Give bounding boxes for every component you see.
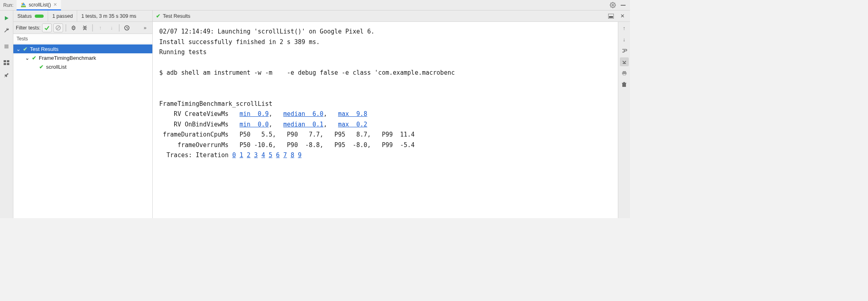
console-line: Install successfully finished in 2 s 389… [159,38,320,46]
wrench-icon[interactable] [1,25,12,36]
console-header: ✔ Test Results ✕ [153,11,630,22]
prev-failed-button[interactable]: ↑ [95,23,105,32]
run-tab-scrolllist[interactable]: scrollList() ✕ [17,0,61,11]
clear-all-icon[interactable] [620,80,629,89]
tree-node-test[interactable]: ✔ scrollList [13,62,152,71]
svg-rect-10 [7,63,9,65]
metric-label: RV CreateViewMs [159,110,240,118]
gear-icon[interactable] [609,2,616,9]
trace-link[interactable]: 9 [298,152,301,159]
metric-link-median[interactable]: median 0.1 [283,121,323,128]
svg-point-3 [612,4,613,6]
body-row: Status 1 passed 1 tests, 3 m 35 s 309 ms… [0,11,630,218]
svg-rect-8 [7,60,9,62]
expand-all-button[interactable] [69,23,78,32]
collapse-all-button[interactable] [80,23,90,32]
tree-label: Test Results [30,46,59,52]
console-line: Running tests [159,48,206,56]
console-header-title: Test Results [163,13,190,19]
stop-button[interactable] [1,41,12,52]
trace-link[interactable]: 2 [247,152,251,159]
check-icon: ✔ [32,55,36,61]
chevron-down-icon: ⌄ [25,55,29,61]
show-ignored-toggle[interactable] [53,23,63,32]
svg-rect-22 [623,74,626,75]
filter-label: Filter tests: [16,25,40,31]
soft-wrap-icon[interactable] [620,46,629,55]
test-history-button[interactable] [122,23,132,32]
filter-bar: Filter tests: ↑ ↓ » [13,22,152,34]
status-label: Status [17,13,32,19]
trace-link[interactable]: 5 [269,152,272,159]
svg-rect-23 [622,83,626,87]
left-tools [0,11,13,218]
console-line: frameDurationCpuMs P50 5.5, P90 7.7, P95… [159,131,415,138]
console-tools: ↑ ↓ [618,22,630,218]
metric-link-min[interactable]: min 0.9 [240,110,269,118]
status-pill [35,15,44,18]
traces-label: Traces: Iteration [159,152,232,159]
scroll-down-icon[interactable]: ↓ [620,35,629,44]
tab-label: scrollList() [29,2,51,8]
next-failed-button[interactable]: ↓ [107,23,116,32]
svg-rect-9 [4,63,6,65]
svg-rect-24 [624,82,625,83]
scroll-up-icon[interactable]: ↑ [620,23,629,32]
tree-label: scrollList [46,64,67,70]
tree-label: FrameTimingBenchmark [39,55,96,61]
status-bar: Status 1 passed 1 tests, 3 m 35 s 309 ms [13,11,152,22]
metric-link-median[interactable]: median 6.0 [283,110,323,118]
svg-rect-0 [21,6,26,7]
metric-link-max[interactable]: max 9.8 [338,110,367,118]
tests-header: Tests [13,34,152,44]
svg-rect-7 [4,60,6,62]
svg-rect-6 [4,44,8,48]
svg-marker-5 [5,16,8,20]
status-cell-passed: 1 passed [48,11,77,21]
trace-link[interactable]: 0 [232,152,236,159]
trace-link[interactable]: 6 [276,152,280,159]
chevron-down-icon: ⌄ [16,46,21,52]
run-label: Run: [2,2,17,8]
console-line: FrameTimingBenchmark_scrollList [159,100,272,107]
print-icon[interactable] [620,69,629,78]
run-tool-window: Run: scrollList() ✕ [0,0,630,218]
show-passed-toggle[interactable] [42,23,52,32]
trace-link[interactable]: 8 [291,152,294,159]
console-line: frameOverrunMs P50 -10.6, P90 -8.8, P95 … [159,141,415,149]
scroll-to-end-icon[interactable] [620,57,629,66]
tree-node-test-results[interactable]: ⌄ ✔ Test Results [13,44,152,53]
console-column: ✔ Test Results ✕ 02/07 12:14:49: Launchi… [153,11,630,218]
svg-rect-4 [621,5,626,6]
pin-icon[interactable] [1,69,12,80]
check-icon: ✔ [156,13,160,19]
close-console-icon[interactable]: ✕ [618,12,627,21]
svg-rect-20 [623,71,626,72]
check-icon: ✔ [23,46,27,52]
close-icon[interactable]: ✕ [53,2,57,7]
tests-tree[interactable]: ⌄ ✔ Test Results ⌄ ✔ FrameTimingBenchmar… [13,44,152,218]
trace-link[interactable]: 3 [254,152,258,159]
rerun-button[interactable] [1,13,12,23]
console-output[interactable]: 02/07 12:14:49: Launching 'scrollList()'… [153,22,618,218]
svg-line-12 [57,26,60,29]
check-icon: ✔ [39,64,44,70]
trace-link[interactable]: 1 [240,152,243,159]
svg-point-2 [21,3,23,4]
svg-rect-17 [609,16,613,18]
console-line: $ adb shell am instrument -w -m -e debug… [159,69,455,76]
more-filter-button[interactable]: » [140,23,150,32]
metric-link-min[interactable]: min 0.0 [240,121,269,128]
trace-link[interactable]: 7 [283,152,287,159]
trace-link[interactable]: 4 [261,152,265,159]
status-cell-status: Status [13,11,48,21]
status-cell-summary: 1 tests, 3 m 35 s 309 ms [77,11,140,21]
tests-column: Status 1 passed 1 tests, 3 m 35 s 309 ms… [13,11,153,218]
metric-link-max[interactable]: max 0.2 [338,121,367,128]
traces-links: 0 1 2 3 4 5 6 7 8 9 [232,152,302,159]
console-line: 02/07 12:14:49: Launching 'scrollList()'… [159,28,375,35]
preview-diff-icon[interactable] [607,12,615,21]
layout-icon[interactable] [1,57,12,68]
minimize-icon[interactable] [619,2,627,9]
tree-node-class[interactable]: ⌄ ✔ FrameTimingBenchmark [13,53,152,62]
